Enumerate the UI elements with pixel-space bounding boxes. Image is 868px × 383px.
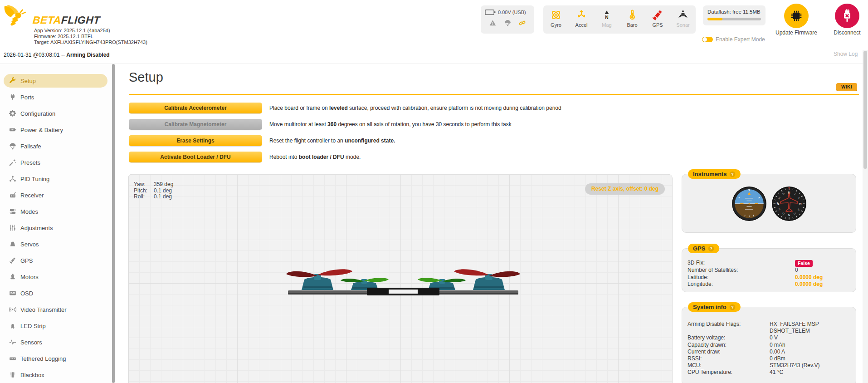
main-content: Setup WIKI Calibrate AccelerometerPlace … — [118, 64, 863, 383]
attitude-readout: Yaw:359 degPitch:0.1 degRoll:0.1 deg — [134, 182, 173, 200]
sidebar-item-label: Ports — [20, 94, 34, 101]
sidebar-scrollbar[interactable] — [112, 64, 115, 383]
sidebar-item-presets[interactable]: Presets — [4, 156, 107, 169]
reset-z-axis-button[interactable]: Reset Z axis, offset: 0 deg — [585, 183, 665, 195]
svg-text:?: ? — [731, 172, 734, 176]
sidebar-item-ports[interactable]: Ports — [4, 90, 107, 104]
svg-text:W: W — [776, 202, 779, 205]
betaflight-logo: BETAFLIGHT — [32, 14, 101, 26]
sidebar-item-label: PID Tuning — [20, 176, 49, 182]
calibrate-accelerometer-button[interactable]: Calibrate Accelerometer — [129, 103, 262, 113]
sensor-accel[interactable]: Accel — [569, 5, 594, 34]
dataflash-progress-track — [707, 18, 761, 20]
action-description: Reset the flight controller to an unconf… — [269, 137, 395, 144]
erase-settings-button[interactable]: Erase Settings — [129, 135, 262, 146]
status-badge: False — [795, 260, 813, 267]
sidebar-item-setup[interactable]: Setup — [4, 74, 107, 88]
sidebar-item-modes[interactable]: Modes — [4, 205, 107, 218]
system-info-row: CPU Temperature:41 °C — [688, 369, 850, 376]
system-info-value: 0 dBm — [770, 355, 785, 362]
gps-panel-title: GPS ? — [688, 244, 719, 253]
sidebar-item-configuration[interactable]: Configuration — [4, 107, 107, 120]
sidebar-item-pid-tuning[interactable]: PID Tuning — [4, 172, 107, 186]
usb-disconnect-icon — [835, 4, 859, 28]
expert-mode-toggle[interactable] — [702, 37, 713, 42]
update-firmware-button[interactable]: Update Firmware — [771, 4, 822, 36]
sidebar-item-blackbox[interactable]: Blackbox — [4, 368, 107, 382]
wiki-button[interactable]: WIKI — [836, 83, 857, 91]
sensor-gyro[interactable]: Gyro — [543, 5, 569, 34]
sidebar-item-adjustments[interactable]: Adjustments — [4, 221, 107, 235]
gps-value: 0.0000 deg — [795, 281, 823, 288]
show-log-button[interactable]: Show Log — [834, 51, 858, 57]
setup-action-row: Calibrate AccelerometerPlace board or fr… — [129, 103, 673, 113]
mag-icon: N — [601, 9, 613, 21]
instruments-panel-title: Instruments ? — [688, 169, 741, 179]
arming-status: Arming Disabled — [66, 52, 109, 58]
setup-action-row: Activate Boot Loader / DFUReboot into bo… — [129, 152, 673, 162]
sidebar-item-tethered-logging[interactable]: Tethered Logging — [4, 352, 107, 365]
sensor-label: Gyro — [543, 22, 569, 28]
system-info-value: 41 °C — [770, 369, 783, 376]
sidebar-item-receiver[interactable]: Receiver — [4, 188, 107, 202]
page-title: Setup — [129, 70, 163, 85]
sidebar-item-led-strip[interactable]: LED Strip — [4, 319, 107, 333]
sidebar-item-servos[interactable]: Servos — [4, 237, 107, 251]
plug-icon — [9, 93, 16, 101]
dataflash-panel: Dataflash: free 11.5MB — [703, 5, 766, 25]
accel-icon — [575, 9, 587, 21]
sensor-sonar[interactable]: Sonar — [670, 5, 696, 34]
firmware-version: Firmware: 2025.12.1 BTFL — [34, 34, 147, 39]
instruments-panel: Instruments ? — [682, 174, 856, 233]
scrollbar-thumb[interactable] — [863, 51, 867, 169]
logging-icon — [9, 355, 16, 362]
quadcopter-model — [285, 263, 521, 302]
system-info-row: Arming Disable Flags:RX_FAILSAFE MSPDSHO… — [688, 321, 850, 334]
disconnect-button[interactable]: Disconnect — [822, 4, 868, 36]
sidebar-item-osd[interactable]: OSD — [4, 286, 107, 300]
sidebar-nav: SetupPortsConfigurationPower & BatteryFa… — [0, 64, 111, 383]
activate-boot-loader-dfu-button[interactable]: Activate Boot Loader / DFU — [129, 152, 262, 162]
calibrate-magnetometer-button[interactable]: Calibrate Magnetometer — [129, 119, 262, 130]
sensor-gps[interactable]: GPS — [645, 5, 670, 34]
magic-wand-icon — [9, 159, 16, 166]
sidebar-item-label: Tethered Logging — [20, 355, 66, 362]
gps-icon — [652, 9, 663, 21]
sidebar-item-label: Motors — [20, 274, 39, 280]
system-info-value: RX_FAILSAFE MSPDSHOT_TELEM — [770, 321, 819, 334]
setup-action-row: Erase SettingsReset the flight controlle… — [129, 135, 673, 146]
sidebar-item-failsafe[interactable]: Failsafe — [4, 139, 107, 153]
sidebar-item-video-transmitter[interactable]: Video Transmitter — [4, 303, 107, 316]
sidebar-item-gps[interactable]: GPS — [4, 254, 107, 267]
help-icon[interactable]: ? — [708, 246, 714, 252]
wrench-icon — [9, 77, 16, 84]
sidebar-item-label: OSD — [20, 290, 33, 297]
sidebar-item-label: Servos — [20, 241, 39, 248]
model-viewer-3d[interactable]: Yaw:359 degPitch:0.1 degRoll:0.1 deg Res… — [128, 174, 673, 383]
gear-icon — [9, 110, 16, 117]
sonar-icon — [677, 9, 689, 21]
attitude-row: Roll:0.1 deg — [134, 194, 173, 200]
page-scrollbar[interactable] — [863, 50, 868, 383]
svg-text:S: S — [788, 213, 790, 216]
sidebar-item-label: Presets — [20, 159, 40, 166]
sidebar-item-sensors[interactable]: Sensors — [4, 335, 107, 349]
svg-text:E: E — [799, 203, 802, 205]
help-icon[interactable]: ? — [729, 171, 736, 177]
system-info-value: 0 V — [770, 334, 778, 341]
sidebar-item-label: Modes — [20, 208, 38, 215]
gyro-icon — [550, 9, 562, 21]
sensor-baro[interactable]: Baro — [619, 5, 645, 34]
osd-icon — [9, 290, 16, 297]
sensor-mag[interactable]: NMag — [594, 5, 619, 34]
target-info: Target: AXFL/AXISFLYINGH743PRO(STM32H743… — [34, 39, 147, 45]
link-icon — [519, 20, 526, 26]
sidebar-item-power-battery[interactable]: Power & Battery — [4, 123, 107, 137]
help-icon[interactable]: ? — [729, 304, 736, 310]
sidebar-item-label: Failsafe — [20, 143, 41, 150]
betaflight-bee-logo-icon — [3, 5, 31, 29]
attitude-row: Yaw:359 deg — [134, 182, 173, 188]
dataflash-progress-fill — [707, 18, 722, 20]
gps-row: Number of Satellites:0 — [688, 267, 850, 274]
sidebar-item-motors[interactable]: Motors — [4, 270, 107, 284]
